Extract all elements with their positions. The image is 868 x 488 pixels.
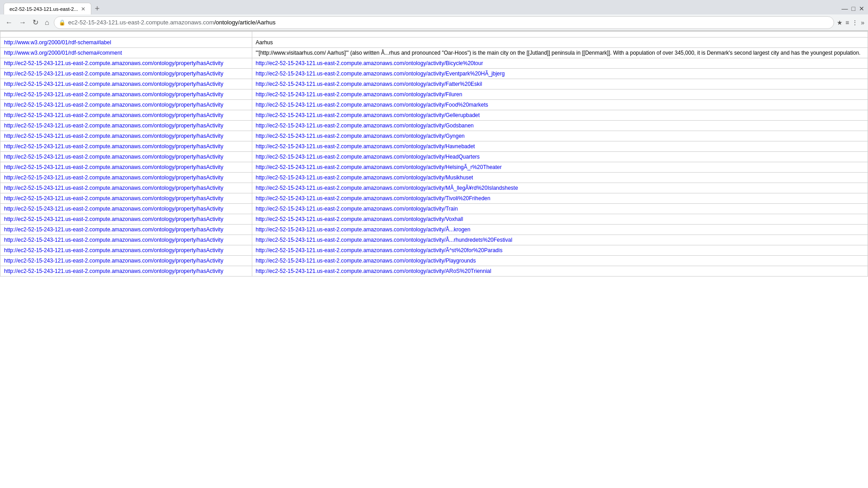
object-cell: http://ec2-52-15-243-121.us-east-2.compu…	[252, 162, 868, 173]
object-column-header	[252, 32, 868, 38]
object-cell: http://ec2-52-15-243-121.us-east-2.compu…	[252, 173, 868, 183]
table-row: http://ec2-52-15-243-121.us-east-2.compu…	[0, 245, 868, 256]
object-link[interactable]: http://ec2-52-15-243-121.us-east-2.compu…	[256, 195, 491, 202]
object-link[interactable]: http://ec2-52-15-243-121.us-east-2.compu…	[256, 81, 482, 87]
object-link[interactable]: http://ec2-52-15-243-121.us-east-2.compu…	[256, 268, 491, 274]
predicate-link[interactable]: http://ec2-52-15-243-121.us-east-2.compu…	[4, 143, 223, 150]
predicate-link[interactable]: http://ec2-52-15-243-121.us-east-2.compu…	[4, 133, 223, 139]
object-link[interactable]: http://ec2-52-15-243-121.us-east-2.compu…	[256, 185, 518, 191]
predicate-link[interactable]: http://ec2-52-15-243-121.us-east-2.compu…	[4, 70, 223, 77]
security-icon: 🔒	[59, 19, 66, 26]
expand-icon[interactable]: »	[861, 19, 864, 26]
home-button[interactable]: ⌂	[43, 18, 51, 28]
extensions-icon[interactable]: ≡	[845, 19, 849, 26]
predicate-cell: http://www.w3.org/2000/01/rdf-schema#lab…	[0, 38, 252, 48]
table-row: http://ec2-52-15-243-121.us-east-2.compu…	[0, 266, 868, 277]
object-link[interactable]: http://ec2-52-15-243-121.us-east-2.compu…	[256, 164, 502, 170]
predicate-cell: http://ec2-52-15-243-121.us-east-2.compu…	[0, 266, 252, 277]
table-row: http://ec2-52-15-243-121.us-east-2.compu…	[0, 110, 868, 121]
predicate-link[interactable]: http://ec2-52-15-243-121.us-east-2.compu…	[4, 258, 223, 264]
object-link[interactable]: http://ec2-52-15-243-121.us-east-2.compu…	[256, 247, 503, 253]
more-icon[interactable]: ⋮	[852, 19, 858, 26]
table-row: http://ec2-52-15-243-121.us-east-2.compu…	[0, 141, 868, 152]
address-text: ec2-52-15-243-121.us-east-2.compute.amaz…	[68, 19, 829, 26]
object-cell: http://ec2-52-15-243-121.us-east-2.compu…	[252, 193, 868, 204]
table-row: http://ec2-52-15-243-121.us-east-2.compu…	[0, 256, 868, 266]
predicate-link[interactable]: http://ec2-52-15-243-121.us-east-2.compu…	[4, 247, 223, 253]
predicate-cell: http://ec2-52-15-243-121.us-east-2.compu…	[0, 79, 252, 89]
back-button[interactable]: ←	[4, 18, 14, 28]
restore-button[interactable]: □	[852, 5, 855, 12]
object-link[interactable]: http://ec2-52-15-243-121.us-east-2.compu…	[256, 60, 483, 66]
table-row: http://ec2-52-15-243-121.us-east-2.compu…	[0, 204, 868, 214]
new-tab-button[interactable]: +	[93, 4, 102, 14]
object-link[interactable]: http://ec2-52-15-243-121.us-east-2.compu…	[256, 154, 480, 160]
predicate-column-header	[0, 32, 252, 38]
object-link[interactable]: http://ec2-52-15-243-121.us-east-2.compu…	[256, 206, 458, 212]
predicate-link[interactable]: http://ec2-52-15-243-121.us-east-2.compu…	[4, 195, 223, 202]
object-link[interactable]: http://ec2-52-15-243-121.us-east-2.compu…	[256, 258, 476, 264]
object-link[interactable]: http://ec2-52-15-243-121.us-east-2.compu…	[256, 102, 488, 108]
tab-close-button[interactable]: ✕	[81, 6, 85, 12]
table-row: http://ec2-52-15-243-121.us-east-2.compu…	[0, 152, 868, 162]
predicate-link[interactable]: http://ec2-52-15-243-121.us-east-2.compu…	[4, 206, 223, 212]
table-row: http://ec2-52-15-243-121.us-east-2.compu…	[0, 131, 868, 141]
predicate-link[interactable]: http://ec2-52-15-243-121.us-east-2.compu…	[4, 237, 223, 243]
object-link[interactable]: http://ec2-52-15-243-121.us-east-2.compu…	[256, 226, 471, 233]
object-link[interactable]: http://ec2-52-15-243-121.us-east-2.compu…	[256, 216, 463, 222]
close-button[interactable]: ✕	[859, 5, 864, 12]
predicate-cell: http://ec2-52-15-243-121.us-east-2.compu…	[0, 100, 252, 110]
object-cell: http://ec2-52-15-243-121.us-east-2.compu…	[252, 235, 868, 245]
predicate-cell: http://ec2-52-15-243-121.us-east-2.compu…	[0, 131, 252, 141]
object-link[interactable]: http://ec2-52-15-243-121.us-east-2.compu…	[256, 70, 505, 77]
predicate-cell: http://ec2-52-15-243-121.us-east-2.compu…	[0, 141, 252, 152]
predicate-link[interactable]: http://ec2-52-15-243-121.us-east-2.compu…	[4, 102, 223, 108]
predicate-link[interactable]: http://ec2-52-15-243-121.us-east-2.compu…	[4, 81, 223, 87]
object-link[interactable]: http://ec2-52-15-243-121.us-east-2.compu…	[256, 237, 513, 243]
table-row: http://ec2-52-15-243-121.us-east-2.compu…	[0, 69, 868, 79]
browser-tab[interactable]: ec2-52-15-243-121.us-east-2... ✕	[4, 3, 91, 14]
predicate-cell: http://ec2-52-15-243-121.us-east-2.compu…	[0, 204, 252, 214]
bookmarks-icon[interactable]: ★	[837, 19, 843, 26]
window-controls: — □ ✕	[842, 5, 864, 12]
predicate-cell: http://ec2-52-15-243-121.us-east-2.compu…	[0, 214, 252, 225]
predicate-link[interactable]: http://ec2-52-15-243-121.us-east-2.compu…	[4, 185, 223, 191]
predicate-link[interactable]: http://ec2-52-15-243-121.us-east-2.compu…	[4, 226, 223, 233]
table-row: http://ec2-52-15-243-121.us-east-2.compu…	[0, 235, 868, 245]
object-link[interactable]: http://ec2-52-15-243-121.us-east-2.compu…	[256, 91, 462, 98]
minimize-button[interactable]: —	[842, 5, 848, 12]
table-row: http://ec2-52-15-243-121.us-east-2.compu…	[0, 89, 868, 100]
table-row: http://ec2-52-15-243-121.us-east-2.compu…	[0, 100, 868, 110]
predicate-link[interactable]: http://ec2-52-15-243-121.us-east-2.compu…	[4, 154, 223, 160]
ontology-table: http://www.w3.org/2000/01/rdf-schema#lab…	[0, 31, 868, 277]
object-cell: http://ec2-52-15-243-121.us-east-2.compu…	[252, 256, 868, 266]
predicate-link[interactable]: http://ec2-52-15-243-121.us-east-2.compu…	[4, 164, 223, 170]
object-link[interactable]: http://ec2-52-15-243-121.us-east-2.compu…	[256, 133, 465, 139]
object-link[interactable]: http://ec2-52-15-243-121.us-east-2.compu…	[256, 143, 475, 150]
predicate-link[interactable]: http://ec2-52-15-243-121.us-east-2.compu…	[4, 268, 223, 274]
predicate-link[interactable]: http://ec2-52-15-243-121.us-east-2.compu…	[4, 91, 223, 98]
browser-chrome: ec2-52-15-243-121.us-east-2... ✕ + — □ ✕…	[0, 0, 868, 31]
table-row: http://ec2-52-15-243-121.us-east-2.compu…	[0, 193, 868, 204]
nav-right-icons: ★ ≡ ⋮ »	[837, 19, 864, 26]
object-link[interactable]: http://ec2-52-15-243-121.us-east-2.compu…	[256, 174, 473, 181]
predicate-cell: http://ec2-52-15-243-121.us-east-2.compu…	[0, 110, 252, 121]
table-row: http://www.w3.org/2000/01/rdf-schema#lab…	[0, 38, 868, 48]
address-bar[interactable]: 🔒 ec2-52-15-243-121.us-east-2.compute.am…	[54, 16, 834, 29]
table-row: http://ec2-52-15-243-121.us-east-2.compu…	[0, 173, 868, 183]
forward-button[interactable]: →	[17, 18, 28, 28]
predicate-link[interactable]: http://www.w3.org/2000/01/rdf-schema#lab…	[4, 39, 111, 46]
navigation-bar: ← → ↻ ⌂ 🔒 ec2-52-15-243-121.us-east-2.co…	[0, 14, 868, 31]
predicate-link[interactable]: http://ec2-52-15-243-121.us-east-2.compu…	[4, 112, 223, 118]
object-link[interactable]: http://ec2-52-15-243-121.us-east-2.compu…	[256, 122, 474, 129]
reload-button[interactable]: ↻	[31, 17, 40, 28]
object-link[interactable]: http://ec2-52-15-243-121.us-east-2.compu…	[256, 112, 480, 118]
predicate-link[interactable]: http://ec2-52-15-243-121.us-east-2.compu…	[4, 216, 223, 222]
object-cell: http://ec2-52-15-243-121.us-east-2.compu…	[252, 141, 868, 152]
predicate-link[interactable]: http://www.w3.org/2000/01/rdf-schema#com…	[4, 50, 122, 56]
predicate-cell: http://ec2-52-15-243-121.us-east-2.compu…	[0, 152, 252, 162]
predicate-link[interactable]: http://ec2-52-15-243-121.us-east-2.compu…	[4, 174, 223, 181]
predicate-link[interactable]: http://ec2-52-15-243-121.us-east-2.compu…	[4, 122, 223, 129]
predicate-link[interactable]: http://ec2-52-15-243-121.us-east-2.compu…	[4, 60, 223, 66]
object-cell: http://ec2-52-15-243-121.us-east-2.compu…	[252, 204, 868, 214]
